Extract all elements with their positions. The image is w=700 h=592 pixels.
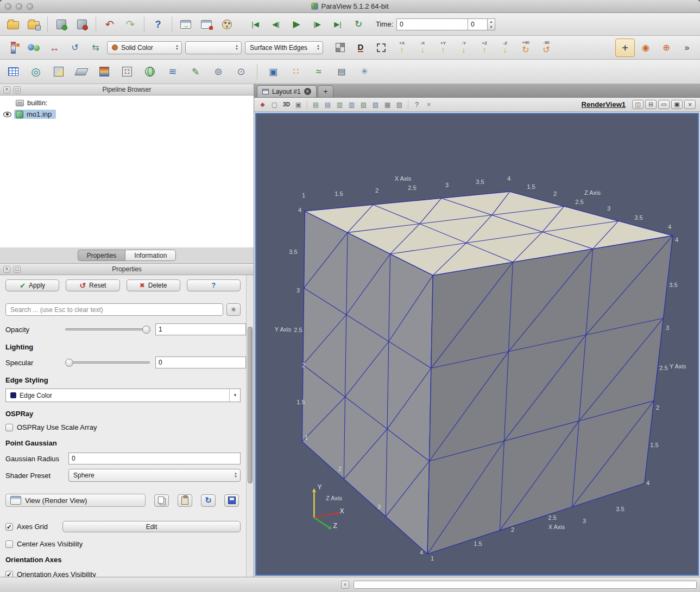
redo-button[interactable]: ↷ (121, 15, 140, 34)
extract-selection-button[interactable]: ∷ (286, 62, 306, 81)
edge-color-dropdown[interactable]: Edge Color (5, 389, 241, 402)
axes-grid-checkbox[interactable] (5, 523, 13, 531)
add-layout-tab-button[interactable]: + (318, 85, 334, 97)
opacity-input[interactable] (155, 323, 246, 335)
float-panel-icon[interactable] (14, 86, 21, 93)
gaussian-radius-input[interactable] (68, 453, 241, 464)
extract-subset-button[interactable] (117, 62, 137, 81)
adjust-camera-button[interactable]: ◆ (257, 99, 268, 110)
rotate-90-counterclockwise-button[interactable]: -90↺ (537, 39, 556, 57)
interactive-select-cells-button[interactable]: ▧ (358, 99, 369, 110)
tab-information[interactable]: Information (125, 250, 176, 261)
tab-properties[interactable]: Properties (78, 250, 125, 261)
toolbar-overflow-button[interactable]: » (677, 39, 697, 57)
paste-view-settings-button[interactable] (178, 494, 192, 507)
shader-preset-dropdown[interactable]: Sphere (68, 469, 241, 482)
reload-view-settings-button[interactable] (201, 494, 216, 507)
center-axes-visibility-checkbox[interactable] (5, 540, 13, 548)
reset-button[interactable]: Reset (66, 279, 119, 291)
split-horizontal-button[interactable]: ◫ (632, 100, 644, 109)
freeze-selection-button[interactable]: ✳ (355, 62, 374, 81)
capture-screenshot-button[interactable] (176, 15, 196, 34)
slice-button[interactable] (72, 62, 91, 81)
copy-view-settings-button[interactable] (154, 494, 169, 507)
set-view-minus-y-button[interactable]: -Y↓ (454, 39, 474, 57)
save-view-settings-button[interactable] (224, 494, 239, 507)
close-window-button[interactable] (5, 3, 11, 10)
delete-button[interactable]: Delete (127, 279, 180, 291)
plot-selection-over-time-button[interactable]: ▤ (332, 62, 351, 81)
help-button[interactable]: ? (148, 15, 168, 34)
select-cells-through-button[interactable]: ▥ (335, 99, 345, 110)
interactive-select-points-button[interactable]: ▧ (370, 99, 381, 110)
set-view-plus-x-button[interactable]: +X↑ (392, 39, 412, 57)
select-points-through-button[interactable]: ▥ (346, 99, 357, 110)
close-panel-icon[interactable] (3, 86, 10, 93)
color-palette-button[interactable] (217, 15, 237, 34)
clear-selection-button[interactable]: × (424, 99, 434, 110)
select-points-on-button[interactable]: ▤ (323, 99, 333, 110)
open-button[interactable] (3, 15, 23, 34)
component-dropdown[interactable] (185, 41, 242, 54)
last-frame-button[interactable]: ▶| (328, 15, 348, 34)
set-view-minus-x-button[interactable]: -X↓ (413, 39, 432, 57)
zoom-closest-to-data-button[interactable] (371, 39, 391, 57)
search-input[interactable] (5, 303, 223, 316)
opacity-slider[interactable] (65, 328, 150, 330)
split-vertical-button[interactable]: ⊟ (645, 100, 657, 109)
edit-color-map-button[interactable] (24, 39, 43, 57)
time-value-input[interactable] (396, 18, 468, 30)
help-button[interactable]: ? (187, 279, 241, 291)
zoom-to-data-button[interactable]: D (351, 39, 370, 57)
find-data-button[interactable]: ▣ (263, 62, 283, 81)
capture-view-button[interactable]: ▣ (293, 99, 304, 110)
first-frame-button[interactable]: |◀ (245, 15, 265, 34)
scrollbar-thumb[interactable] (248, 327, 253, 483)
stepper-down-icon[interactable] (488, 24, 495, 30)
rescale-to-visible-range-button[interactable]: ⇆ (86, 39, 105, 57)
threshold-button[interactable] (94, 62, 114, 81)
rotate-90-clockwise-button[interactable]: +90↻ (516, 39, 535, 57)
contour-button[interactable]: ◎ (26, 62, 46, 81)
specular-slider[interactable] (65, 361, 150, 364)
set-view-plus-y-button[interactable]: +Y↑ (433, 39, 453, 57)
group-datasets-button[interactable]: ⊚ (209, 62, 228, 81)
loop-button[interactable]: ↻ (349, 15, 368, 34)
warp-by-vector-button[interactable]: ✎ (186, 62, 205, 81)
calculator-button[interactable] (3, 62, 23, 81)
fullscreen-button[interactable]: ▢ (269, 99, 280, 110)
minimize-window-button[interactable] (16, 3, 22, 10)
stream-tracer-button[interactable]: ≋ (163, 62, 182, 81)
undo-button[interactable]: ↶ (100, 15, 119, 34)
play-button[interactable]: ▶ (287, 15, 306, 34)
show-center-axes-button[interactable]: + (615, 39, 635, 57)
color-by-dropdown[interactable]: Solid Color (107, 41, 182, 54)
next-frame-button[interactable]: |▶ (307, 15, 327, 34)
restore-button[interactable]: ▭ (658, 100, 670, 109)
pick-center-button[interactable]: ◉ (636, 39, 655, 57)
opacity-slider-knob[interactable] (142, 326, 150, 334)
connect-button[interactable] (52, 15, 71, 34)
extract-level-button[interactable]: ⊙ (231, 62, 251, 81)
frame-stepper[interactable] (488, 18, 495, 30)
close-view-button[interactable]: × (684, 100, 696, 109)
representation-dropdown[interactable]: Surface With Edges (245, 41, 323, 54)
maximize-button[interactable]: ▣ (671, 100, 683, 109)
interaction-mode-button[interactable]: 3D (281, 99, 292, 110)
view-section-header[interactable]: View (Render View) (5, 494, 146, 507)
visibility-eye-icon[interactable] (3, 112, 11, 117)
float-panel-icon[interactable] (14, 266, 21, 273)
reset-camera-button[interactable] (330, 39, 350, 57)
render-view[interactable]: YXZ X Axis11.522.533.54Z Axis1.522.533.5… (255, 113, 699, 576)
preview-mode-button[interactable] (197, 15, 216, 34)
axes-grid-edit-button[interactable]: Edit (62, 521, 241, 532)
select-cells-on-button[interactable]: ▤ (311, 99, 321, 110)
glyph-button[interactable] (140, 62, 160, 81)
rescale-to-custom-range-button[interactable]: ↺ (65, 39, 85, 57)
set-view-minus-z-button[interactable]: -Z↓ (495, 39, 515, 57)
toggle-color-legend-button[interactable] (3, 39, 23, 57)
orientation-axes-visibility-checkbox[interactable] (5, 571, 13, 577)
select-block-button[interactable]: ▦ (382, 99, 393, 110)
close-panel-icon[interactable] (3, 266, 10, 273)
frame-index-input[interactable] (468, 18, 488, 30)
